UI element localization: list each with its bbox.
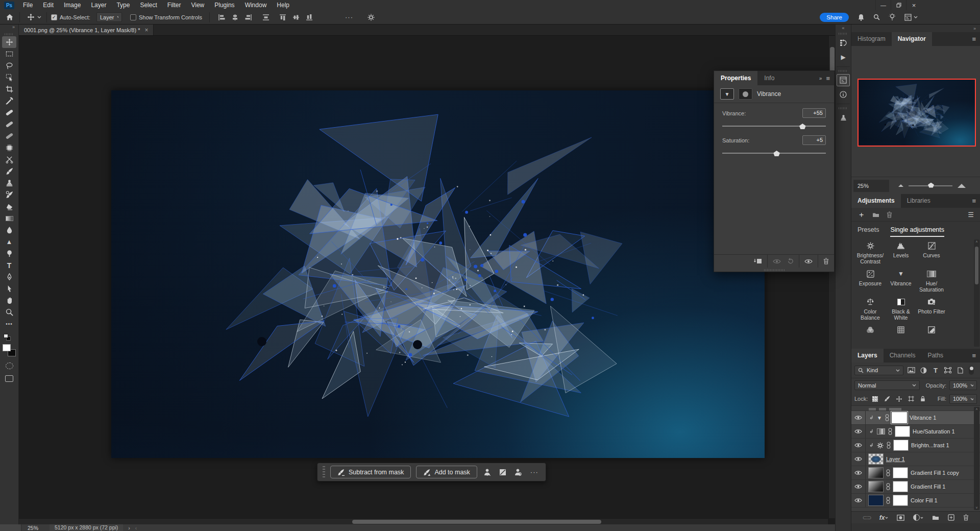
layer-mask-icon[interactable] bbox=[739, 88, 752, 100]
menu-edit[interactable]: Edit bbox=[38, 0, 59, 10]
layer-name[interactable]: Brightn...trast 1 bbox=[911, 442, 949, 448]
screen-mode-button[interactable] bbox=[5, 375, 13, 382]
new-layer-icon[interactable] bbox=[948, 514, 954, 521]
tool-eyedropper[interactable] bbox=[2, 95, 16, 107]
adjustment-invert[interactable] bbox=[917, 325, 946, 335]
tab-channels[interactable]: Channels bbox=[884, 349, 922, 363]
horizontal-scroll-thumb[interactable] bbox=[352, 520, 601, 524]
tool-content-aware-move[interactable] bbox=[2, 154, 16, 165]
menu-file[interactable]: File bbox=[18, 0, 38, 10]
taskbar-more-icon[interactable]: ··· bbox=[528, 468, 541, 476]
filter-image-icon[interactable] bbox=[906, 367, 916, 373]
horizontal-scrollbar[interactable] bbox=[19, 518, 828, 524]
toolbar-expand-icon[interactable]: » bbox=[12, 25, 18, 32]
menu-view[interactable]: View bbox=[186, 0, 209, 10]
tab-paths[interactable]: Paths bbox=[921, 349, 949, 363]
zoom-out-icon[interactable] bbox=[898, 184, 903, 187]
default-swatches-reset[interactable] bbox=[4, 334, 15, 341]
adjustment-vibrance[interactable]: ▼Vibrance bbox=[886, 269, 916, 293]
toggle-visibility-icon[interactable] bbox=[804, 259, 813, 264]
zoom-level-field[interactable]: 25% bbox=[28, 525, 38, 531]
tool-zoom[interactable] bbox=[2, 306, 16, 318]
tool-move[interactable] bbox=[2, 36, 16, 48]
layer-thumbnail[interactable] bbox=[869, 454, 883, 464]
add-to-mask-button[interactable]: Add to mask bbox=[416, 466, 477, 478]
auto-select-checkbox[interactable]: ✓ bbox=[51, 14, 57, 20]
layer-row-vibrance-1[interactable]: ▼ Vibrance 1 bbox=[851, 411, 980, 425]
layer-name[interactable]: Layer 1 bbox=[886, 456, 905, 462]
chevron-down-icon[interactable] bbox=[37, 16, 41, 18]
layer-mask-thumbnail[interactable] bbox=[893, 495, 908, 505]
new-group-icon[interactable] bbox=[932, 515, 939, 520]
show-transform-checkbox[interactable] bbox=[130, 14, 136, 20]
distribute-centers-icon[interactable] bbox=[262, 14, 270, 21]
close-tab-icon[interactable]: × bbox=[144, 27, 148, 34]
adjustment-hue-saturation[interactable]: Hue/ Saturation bbox=[917, 269, 946, 293]
tab-adjustments[interactable]: Adjustments bbox=[851, 194, 901, 208]
search-icon[interactable] bbox=[873, 14, 880, 20]
align-horizontal-centers-icon[interactable] bbox=[231, 14, 239, 21]
tool-object-selection[interactable] bbox=[2, 71, 16, 83]
adjustment-channel-mixer[interactable] bbox=[855, 325, 885, 335]
select-subject-icon[interactable] bbox=[482, 467, 493, 477]
add-adjustment-icon[interactable]: ＋ bbox=[857, 210, 865, 220]
lock-transparency-icon[interactable] bbox=[871, 396, 879, 402]
panel-menu-icon[interactable]: ≡ bbox=[826, 75, 830, 82]
tool-crop[interactable] bbox=[2, 83, 16, 95]
document-canvas[interactable] bbox=[111, 90, 765, 458]
vibrance-value-input[interactable]: +55 bbox=[802, 108, 826, 118]
tab-layers[interactable]: Layers bbox=[851, 349, 884, 363]
vibrance-adjustment-icon[interactable]: ▼ bbox=[720, 88, 734, 100]
navigator-thumbnail[interactable] bbox=[857, 79, 976, 147]
tool-path-selection[interactable] bbox=[2, 283, 16, 295]
home-button[interactable] bbox=[6, 14, 13, 20]
menu-image[interactable]: Image bbox=[59, 0, 86, 10]
tool-healing-brush[interactable] bbox=[2, 118, 16, 130]
invert-mask-icon[interactable] bbox=[498, 467, 508, 477]
tool-type[interactable]: T bbox=[2, 259, 16, 271]
saturation-value-input[interactable]: +5 bbox=[802, 135, 826, 145]
tab-libraries[interactable]: Libraries bbox=[901, 194, 937, 208]
layer-name[interactable]: Gradient Fill 1 copy bbox=[911, 470, 959, 476]
layer-row-gradient-fill-1-copy[interactable]: Gradient Fill 1 copy bbox=[851, 466, 980, 480]
expand-dock-icon[interactable]: » bbox=[973, 26, 976, 31]
vibrance-slider-thumb[interactable] bbox=[799, 124, 806, 129]
new-adjustment-layer-icon[interactable] bbox=[913, 514, 923, 521]
subtab-presets[interactable]: Presets bbox=[857, 226, 879, 233]
document-tab[interactable]: 0001.png @ 25% (Vibrance 1, Layer Mask/8… bbox=[19, 25, 154, 35]
tab-histogram[interactable]: Histogram bbox=[851, 32, 892, 46]
navigator-zoom-field[interactable]: 25% bbox=[853, 180, 889, 192]
panel-menu-icon[interactable]: ≡ bbox=[972, 32, 980, 46]
tool-blur[interactable] bbox=[2, 224, 16, 236]
visibility-eye-icon[interactable] bbox=[851, 425, 866, 438]
tool-eraser[interactable] bbox=[2, 201, 16, 212]
visibility-eye-icon[interactable] bbox=[851, 411, 866, 424]
layer-mask-thumbnail[interactable] bbox=[894, 440, 908, 450]
minimize-button[interactable]: — bbox=[875, 0, 891, 10]
panel-collapse-icon[interactable]: » bbox=[819, 76, 822, 81]
history-panel-icon[interactable] bbox=[837, 37, 850, 49]
adjustment-photo-filter[interactable]: Photo Filter bbox=[917, 297, 946, 321]
menu-help[interactable]: Help bbox=[272, 0, 295, 10]
delete-adjustment-icon[interactable] bbox=[823, 258, 829, 264]
layer-name[interactable]: Gradient Fill 1 bbox=[911, 484, 945, 490]
visibility-eye-icon[interactable] bbox=[851, 480, 866, 493]
scroll-up-icon[interactable]: ˄ bbox=[975, 240, 978, 244]
clip-to-layer-icon[interactable] bbox=[754, 258, 762, 264]
layer-mask-thumbnail[interactable] bbox=[892, 413, 906, 423]
kind-filter-dropdown[interactable]: Kind bbox=[854, 366, 903, 375]
tool-hand[interactable] bbox=[2, 295, 16, 306]
layer-row-layer-1[interactable]: Layer 1 bbox=[851, 452, 980, 466]
scroll-down-icon[interactable]: ˅ bbox=[975, 506, 978, 510]
delete-icon[interactable] bbox=[887, 211, 892, 218]
status-expand-icon[interactable]: › bbox=[128, 525, 130, 531]
lock-all-icon[interactable] bbox=[919, 396, 927, 402]
link-layers-icon[interactable]: ⊂⊃ bbox=[863, 514, 871, 521]
adjustment-black-white[interactable]: Black & White bbox=[886, 297, 916, 321]
gradient-fill-thumbnail[interactable] bbox=[869, 468, 883, 478]
workspace-settings-icon[interactable] bbox=[368, 14, 375, 21]
menu-plugins[interactable]: Plugins bbox=[209, 0, 239, 10]
actions-panel-icon[interactable]: ▶ bbox=[837, 51, 850, 63]
filter-shape-icon[interactable] bbox=[943, 367, 952, 373]
tab-info[interactable]: Info bbox=[757, 71, 781, 85]
